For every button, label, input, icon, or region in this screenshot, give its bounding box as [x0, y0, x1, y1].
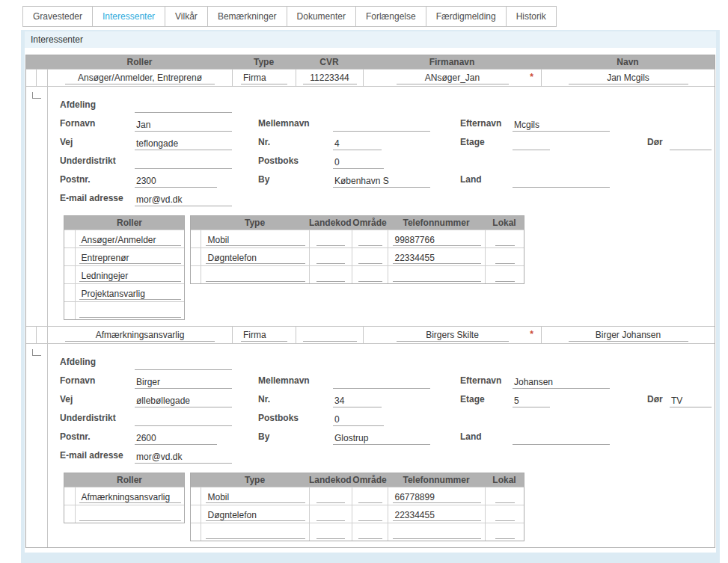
phone-nummer-field[interactable]: 99887766 [393, 235, 481, 246]
roller-value-field[interactable]: Projektansvarlig [79, 289, 181, 300]
phone-landekode-field[interactable] [316, 492, 345, 503]
land-input[interactable] [513, 176, 610, 188]
row-selector-cell[interactable] [26, 327, 36, 343]
navn-field[interactable]: Jan Mcgils [569, 73, 688, 84]
phone-nummer-field[interactable]: 22334455 [393, 510, 481, 521]
roller-value-field[interactable]: Afmærkningsansvarlig [79, 492, 181, 503]
row-selector-cell[interactable] [191, 505, 201, 523]
type-field[interactable]: Firma [241, 73, 287, 84]
phone-omrade-field[interactable] [358, 492, 382, 503]
by-input[interactable]: Glostrup [333, 433, 430, 445]
postnr-input[interactable]: 2600 [135, 433, 217, 445]
phone-lokal-field[interactable] [495, 235, 515, 246]
roller-value-field[interactable] [79, 307, 181, 318]
collapse-toggle-icon[interactable] [32, 92, 41, 99]
row-marker-cell[interactable] [36, 327, 47, 343]
efternavn-input[interactable]: Mcgils [513, 120, 610, 132]
row-selector-cell[interactable] [191, 230, 201, 247]
phone-type-field[interactable]: Døgntelefon [206, 510, 305, 521]
phone-lokal-field[interactable] [495, 528, 515, 539]
tab[interactable]: Dokumenter [287, 6, 356, 27]
phone-landekode-field[interactable] [316, 253, 345, 264]
underdistrikt-input[interactable] [135, 414, 232, 426]
row-selector-cell[interactable] [191, 523, 201, 541]
dor-input[interactable]: TV [670, 396, 712, 407]
row-selector-cell[interactable] [64, 284, 75, 301]
by-input[interactable]: København S [333, 176, 430, 188]
row-selector-cell[interactable] [64, 487, 75, 505]
email-input[interactable]: mor@vd.dk [135, 194, 232, 206]
phone-lokal-field[interactable] [495, 253, 515, 264]
phone-type-field[interactable] [206, 271, 305, 282]
phone-nummer-field[interactable] [393, 271, 481, 282]
tab[interactable]: Gravesteder [22, 6, 93, 27]
phone-omrade-field[interactable] [358, 510, 382, 521]
etage-input[interactable]: 5 [513, 396, 550, 407]
tab[interactable]: Vilkår [165, 6, 208, 27]
vej-input[interactable]: øllebøllegade [135, 396, 232, 407]
phone-omrade-field[interactable] [358, 253, 382, 264]
phone-landekode-field[interactable] [316, 510, 345, 521]
afdeling-input[interactable] [135, 101, 232, 113]
row-selector-cell[interactable] [64, 505, 75, 523]
phone-omrade-field[interactable] [358, 235, 382, 246]
phone-landekode-field[interactable] [316, 235, 345, 246]
roller-value-field[interactable] [79, 510, 181, 521]
phone-type-field[interactable]: Mobil [206, 492, 305, 503]
phone-landekode-field[interactable] [316, 528, 345, 539]
firmanavn-field[interactable]: Birgers Skilte [397, 330, 509, 342]
row-selector-cell[interactable] [26, 70, 36, 86]
postboks-input[interactable]: 0 [333, 414, 384, 426]
afdeling-input[interactable] [135, 358, 232, 370]
phone-landekode-field[interactable] [316, 271, 345, 282]
tab[interactable]: Historik [506, 6, 557, 27]
row-selector-cell[interactable] [191, 248, 201, 265]
postnr-input[interactable]: 2300 [135, 176, 217, 188]
land-input[interactable] [513, 433, 610, 445]
fornavn-input[interactable]: Jan [135, 120, 232, 132]
tab[interactable]: Forlængelse [355, 6, 426, 27]
phone-nummer-field[interactable]: 22334455 [393, 253, 481, 264]
nr-input[interactable]: 4 [333, 138, 382, 150]
phone-type-field[interactable] [206, 528, 305, 539]
roller-value-field[interactable]: Ledningejer [79, 271, 181, 282]
phone-nummer-field[interactable] [393, 528, 481, 539]
tab[interactable]: Færdigmelding [426, 6, 507, 27]
firmanavn-field[interactable]: ANsøger_Jan [397, 73, 509, 84]
cvr-field[interactable] [303, 330, 357, 342]
etage-input[interactable] [513, 138, 550, 150]
fornavn-input[interactable]: Birger [135, 377, 232, 389]
postboks-input[interactable]: 0 [333, 157, 384, 169]
phone-lokal-field[interactable] [495, 492, 515, 503]
vej-input[interactable]: teflongade [135, 138, 232, 150]
row-selector-cell[interactable] [64, 302, 75, 319]
row-selector-cell[interactable] [64, 248, 75, 265]
phone-nummer-field[interactable]: 66778899 [393, 492, 481, 503]
row-selector-cell[interactable] [191, 266, 201, 283]
roller-field[interactable]: Ansøger/Anmelder, Entreprenø [65, 73, 215, 84]
email-input[interactable]: mor@vd.dk [135, 452, 232, 464]
phone-omrade-field[interactable] [358, 528, 382, 539]
row-selector-cell[interactable] [64, 266, 75, 283]
dor-input[interactable] [670, 138, 712, 150]
roller-value-field[interactable]: Entreprenør [79, 253, 181, 264]
phone-lokal-field[interactable] [495, 510, 515, 521]
tab[interactable]: Bemærkninger [207, 6, 287, 27]
efternavn-input[interactable]: Johansen [513, 377, 610, 389]
row-selector-cell[interactable] [64, 230, 75, 247]
roller-value-field[interactable]: Ansøger/Anmelder [79, 235, 181, 246]
phone-lokal-field[interactable] [495, 271, 515, 282]
phone-omrade-field[interactable] [358, 271, 382, 282]
type-field[interactable]: Firma [241, 330, 287, 342]
underdistrikt-input[interactable] [135, 157, 232, 169]
row-selector-cell[interactable] [191, 487, 201, 505]
cvr-field[interactable]: 11223344 [303, 73, 357, 84]
nr-input[interactable]: 34 [333, 396, 382, 407]
navn-field[interactable]: Birger Johansen [569, 330, 688, 342]
phone-type-field[interactable]: Mobil [206, 235, 305, 246]
tab[interactable]: Interessenter [92, 6, 165, 27]
mellemnavn-input[interactable] [333, 377, 430, 389]
collapse-toggle-icon[interactable] [32, 349, 41, 356]
roller-field[interactable]: Afmærkningsansvarlig [65, 330, 215, 342]
mellemnavn-input[interactable] [333, 120, 430, 132]
